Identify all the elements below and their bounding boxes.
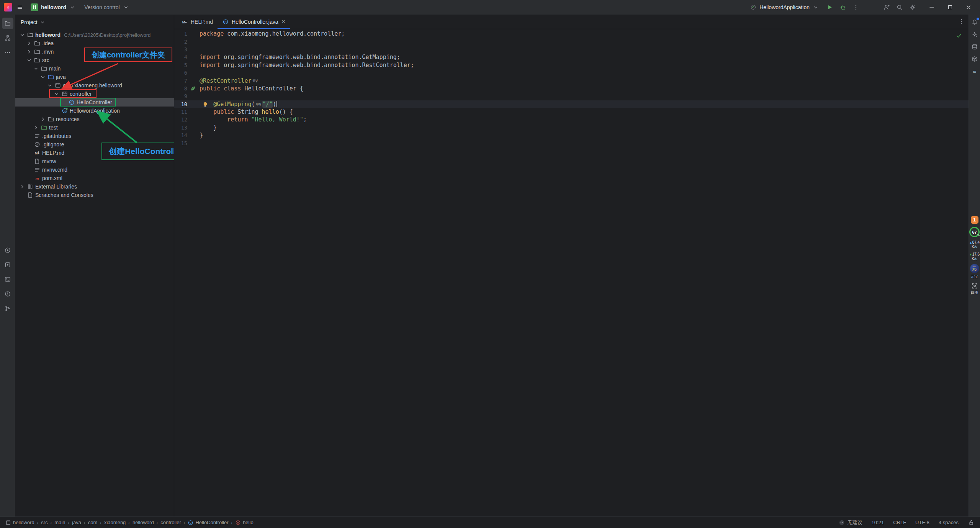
breadcrumb-src[interactable]: src bbox=[41, 520, 47, 525]
chevron-down-icon[interactable] bbox=[33, 66, 39, 72]
breadcrumb-hellocontroller[interactable]: CHelloController bbox=[188, 520, 228, 525]
close-tab-icon[interactable]: × bbox=[282, 18, 285, 25]
breadcrumb-com[interactable]: com bbox=[88, 520, 98, 525]
spring-leaf-icon[interactable] bbox=[190, 85, 196, 92]
gutter[interactable]: 7 bbox=[174, 77, 200, 84]
tree-item-mvn[interactable]: .mvn bbox=[15, 48, 174, 56]
inlay-hint[interactable]: ⊕∨ bbox=[255, 101, 263, 107]
tree-item-hellowordapplication[interactable]: CHellowordApplication bbox=[15, 107, 174, 115]
services-tool-button[interactable] bbox=[2, 259, 13, 271]
vcs-tool-button[interactable] bbox=[2, 303, 13, 314]
database-tool-button[interactable] bbox=[970, 42, 979, 51]
bell-tool-button[interactable] bbox=[970, 18, 979, 27]
bulb-icon[interactable] bbox=[202, 101, 209, 108]
tree-item-pom-xml[interactable]: mpom.xml bbox=[15, 174, 174, 182]
code-with-me-button[interactable] bbox=[881, 2, 892, 13]
gutter[interactable]: 2 bbox=[174, 38, 200, 45]
tab-help-md[interactable]: MHELP.md bbox=[177, 15, 218, 29]
tree-item-idea[interactable]: .idea bbox=[15, 39, 174, 48]
tree-item-test[interactable]: test bbox=[15, 123, 174, 132]
yuanbao-widget[interactable]: 元元宝 bbox=[970, 264, 979, 279]
breadcrumb-helloword[interactable]: helloword bbox=[133, 520, 154, 525]
vcs-widget[interactable]: Version control bbox=[81, 2, 133, 13]
tree-item-hellocontroller[interactable]: CHelloController bbox=[15, 98, 174, 107]
main-menu-button[interactable] bbox=[15, 2, 25, 13]
tree-item-controller[interactable]: controller bbox=[15, 90, 174, 98]
tree-item-external-libraries[interactable]: External Libraries bbox=[15, 182, 174, 191]
minimize-button[interactable] bbox=[924, 2, 939, 13]
close-button[interactable] bbox=[961, 2, 976, 13]
tree-item-java[interactable]: java bbox=[15, 73, 174, 81]
status-ai-suggest[interactable]: 无建议 bbox=[838, 519, 862, 526]
chevron-right-icon[interactable] bbox=[40, 116, 46, 122]
tree-item-gitattributes[interactable]: .gitattributes bbox=[15, 132, 174, 140]
chevron-right-icon[interactable] bbox=[26, 49, 32, 55]
project-tool-button[interactable] bbox=[2, 18, 13, 29]
status-lock[interactable] bbox=[968, 519, 975, 526]
chevron-down-icon[interactable] bbox=[26, 57, 32, 63]
chevron-right-icon[interactable] bbox=[33, 125, 39, 131]
screenshot-widget[interactable]: 截图 bbox=[971, 282, 978, 295]
more-tool-button[interactable] bbox=[2, 47, 13, 58]
gutter[interactable]: 6 bbox=[174, 69, 200, 77]
tree-item-help-md[interactable]: MHELP.md bbox=[15, 149, 174, 157]
memory-widget[interactable]: 67% bbox=[969, 227, 980, 237]
project-panel-header[interactable]: Project bbox=[15, 15, 174, 30]
ai-assistant-tool-button[interactable] bbox=[970, 30, 979, 39]
tree-item-com-xiaomeng-helloword[interactable]: com.xiaomeng.helloword bbox=[15, 81, 174, 90]
gutter[interactable]: 4 bbox=[174, 53, 200, 61]
tree-item-mvnw[interactable]: mvnw bbox=[15, 157, 174, 166]
gutter[interactable]: 8 bbox=[174, 85, 200, 92]
structure-tool-button[interactable] bbox=[2, 32, 13, 44]
gutter[interactable]: 10 bbox=[174, 100, 200, 108]
run-tool-button[interactable] bbox=[2, 244, 13, 256]
search-everywhere-button[interactable] bbox=[894, 2, 905, 13]
problems-tool-button[interactable] bbox=[2, 288, 13, 300]
breadcrumb-hello[interactable]: mhello bbox=[235, 520, 253, 525]
overlay-badge[interactable]: 1 bbox=[971, 216, 978, 224]
dependencies-tool-button[interactable] bbox=[970, 54, 979, 64]
chevron-down-icon[interactable] bbox=[47, 82, 53, 89]
tree-item-main[interactable]: main bbox=[15, 64, 174, 73]
tree-item-src[interactable]: src bbox=[15, 56, 174, 64]
chevron-right-icon[interactable] bbox=[19, 184, 25, 190]
gutter[interactable]: 3 bbox=[174, 46, 200, 53]
maximize-button[interactable] bbox=[942, 2, 958, 13]
tree-item-resources[interactable]: resources bbox=[15, 115, 174, 123]
status-indent[interactable]: 4 spaces bbox=[939, 520, 959, 525]
gutter[interactable]: 11 bbox=[174, 108, 200, 116]
gutter[interactable]: 14 bbox=[174, 131, 200, 139]
settings-button[interactable] bbox=[907, 2, 918, 13]
tree-item-scratches-and-consoles[interactable]: Scratches and Consoles bbox=[15, 191, 174, 199]
tab-options-button[interactable] bbox=[958, 18, 965, 26]
inlay-hint[interactable]: ⊕∨ bbox=[251, 78, 259, 84]
chevron-down-icon[interactable] bbox=[19, 32, 25, 38]
gutter[interactable]: 5 bbox=[174, 61, 200, 69]
status-encoding[interactable]: UTF-8 bbox=[915, 520, 929, 525]
chevron-down-icon[interactable] bbox=[40, 74, 46, 80]
chevron-down-icon[interactable] bbox=[54, 91, 60, 97]
breadcrumb-main[interactable]: main bbox=[54, 520, 65, 525]
terminal-tool-button[interactable] bbox=[2, 274, 13, 285]
gutter[interactable]: 13 bbox=[174, 124, 200, 131]
breadcrumb-controller[interactable]: controller bbox=[160, 520, 181, 525]
run-button[interactable] bbox=[825, 2, 835, 13]
gutter[interactable]: 12 bbox=[174, 116, 200, 123]
tab-hellocontroller-java[interactable]: CHelloController.java× bbox=[218, 15, 290, 29]
tree-item-mvnw-cmd[interactable]: mvnw.cmd bbox=[15, 166, 174, 174]
more-actions-button[interactable] bbox=[851, 2, 861, 13]
tree-item-helloword[interactable]: hellowordC:\Users\20205\Desktop\proj\hel… bbox=[15, 31, 174, 39]
breadcrumb-helloword[interactable]: helloword bbox=[5, 520, 34, 525]
gutter[interactable]: 9 bbox=[174, 92, 200, 100]
breadcrumb-java[interactable]: java bbox=[72, 520, 81, 525]
gutter[interactable]: 15 bbox=[174, 139, 200, 147]
debug-button[interactable] bbox=[838, 2, 848, 13]
run-config-widget[interactable]: HellowordApplication bbox=[747, 2, 822, 13]
status-line-separator[interactable]: CRLF bbox=[893, 520, 906, 525]
breadcrumb-xiaomeng[interactable]: xiaomeng bbox=[104, 520, 126, 525]
status-clock[interactable]: 10:21 bbox=[872, 520, 884, 525]
project-widget[interactable]: H helloword bbox=[28, 2, 79, 13]
maven-m-tool-button[interactable]: m bbox=[970, 67, 979, 76]
code-editor[interactable]: 1package com.xiaomeng.helloword.controll… bbox=[174, 29, 969, 517]
tree-item-gitignore[interactable]: .gitignore bbox=[15, 140, 174, 149]
